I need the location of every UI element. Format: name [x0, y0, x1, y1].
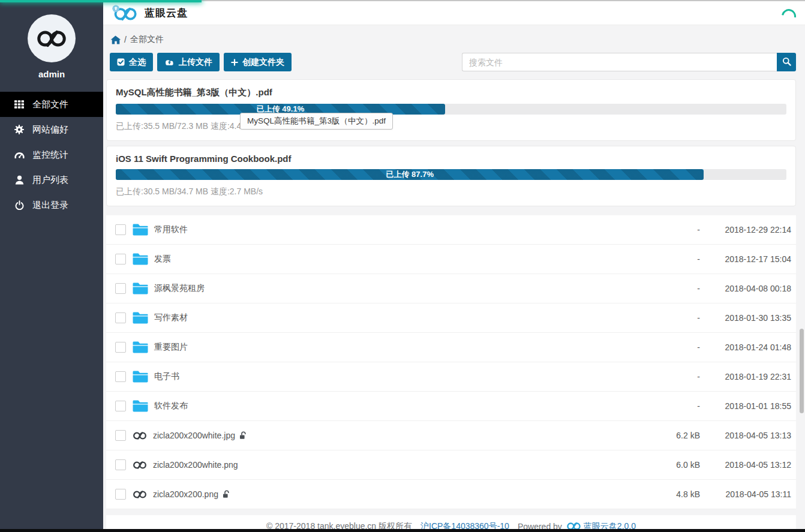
sidebar-item-label: 退出登录: [32, 200, 68, 211]
sidebar-item-user-list[interactable]: 用户列表: [0, 167, 103, 193]
row-checkbox[interactable]: [115, 254, 126, 265]
table-row[interactable]: 重要图片 - 2018-01-24 01:48: [106, 333, 796, 362]
file-date: 2018-01-24 01:48: [700, 342, 791, 352]
search-group: [462, 53, 796, 71]
sidebar-item-monitor-stats[interactable]: 监控统计: [0, 142, 103, 167]
scrollbar-thumb[interactable]: [800, 329, 804, 413]
power-icon: [14, 200, 25, 210]
file-name[interactable]: 常用软件: [154, 224, 188, 235]
sidebar-item-label: 网站偏好: [32, 124, 68, 136]
top-loading-bar: [0, 0, 202, 2]
breadcrumb: / 全部文件: [110, 34, 796, 45]
folder-icon: [133, 371, 148, 383]
row-checkbox[interactable]: [115, 312, 126, 323]
dashboard-icon: [14, 151, 25, 160]
row-checkbox[interactable]: [115, 342, 126, 353]
table-row[interactable]: 发票 - 2018-12-17 15:04: [106, 245, 796, 274]
upload-card: MySQL高性能书籍_第3版（中文）.pdf 已上传 49.1% 已上传:35.…: [106, 79, 796, 141]
create-folder-button[interactable]: 创建文件夹: [224, 53, 292, 71]
file-size: -: [634, 313, 700, 323]
upload-file-label: 上传文件: [179, 57, 212, 68]
sidebar-item-logout[interactable]: 退出登录: [0, 193, 103, 218]
row-checkbox[interactable]: [115, 489, 126, 500]
table-row[interactable]: 写作素材 - 2018-01-30 13:35: [106, 303, 796, 333]
file-size: -: [634, 254, 700, 264]
file-name[interactable]: 电子书: [154, 371, 179, 382]
folder-icon: [133, 253, 148, 265]
table-row[interactable]: zicla200x200white.png 6.0 kB 2018-04-05 …: [106, 450, 796, 480]
file-size: -: [634, 225, 700, 235]
breadcrumb-current[interactable]: 全部文件: [130, 34, 164, 45]
file-date: 2018-12-29 22:14: [700, 225, 791, 235]
upload-filename: iOS 11 Swift Programming Cookbook.pdf: [116, 154, 786, 164]
file-name[interactable]: 源枫景苑租房: [154, 283, 205, 294]
file-size: -: [634, 401, 700, 411]
content: / 全部文件 全选 上传文件 创建文件夹 My: [103, 34, 805, 532]
file-name[interactable]: zicla200x200white.png: [153, 460, 238, 470]
check-square-icon: [117, 58, 125, 66]
upload-progress-track: 已上传 87.7%: [116, 169, 786, 180]
row-checkbox[interactable]: [115, 430, 126, 441]
table-row[interactable]: 常用软件 - 2018-12-29 22:14: [106, 215, 796, 245]
plus-icon: [231, 59, 238, 66]
file-size: 4.8 kB: [634, 489, 700, 499]
file-name[interactable]: 软件发布: [154, 401, 188, 411]
row-checkbox[interactable]: [115, 371, 126, 382]
row-checkbox[interactable]: [115, 401, 126, 411]
file-name[interactable]: zicla200x200white.jpg: [153, 431, 235, 440]
sidebar-item-label: 用户列表: [32, 175, 68, 186]
file-table: 常用软件 - 2018-12-29 22:14 发票 - 2018-12-17 …: [106, 215, 796, 509]
table-row[interactable]: zicla200x200white.jpg 6.2 kB 2018-04-05 …: [106, 421, 796, 450]
select-all-label: 全选: [129, 57, 146, 68]
search-icon: [782, 57, 791, 68]
row-checkbox[interactable]: [115, 283, 126, 294]
app-logo-icon[interactable]: [112, 5, 138, 21]
table-row[interactable]: 软件发布 - 2018-01-01 18:55: [106, 392, 796, 421]
file-size: -: [634, 372, 700, 381]
file-date: 2018-04-05 13:13: [700, 431, 791, 440]
upload-file-button[interactable]: 上传文件: [157, 53, 220, 71]
avatar[interactable]: [28, 14, 76, 62]
upload-tooltip: MySQL高性能书籍_第3版（中文）.pdf: [240, 113, 393, 130]
main-area: 蓝眼云盘 / 全部文件 全选 上传文件 创建文件夹: [103, 0, 805, 532]
upload-status: 已上传:35.5 MB/72.3 MB 速度:4.4 MB/s: [116, 121, 786, 132]
file-name[interactable]: 发票: [154, 254, 171, 265]
file-name[interactable]: 重要图片: [154, 342, 188, 353]
upload-filename: MySQL高性能书籍_第3版（中文）.pdf: [116, 87, 786, 98]
loading-spinner-icon: [779, 6, 798, 26]
uploads: MySQL高性能书籍_第3版（中文）.pdf 已上传 49.1% 已上传:35.…: [106, 79, 796, 206]
bottom-bar: [0, 529, 805, 532]
sidebar-username: admin: [0, 69, 103, 79]
file-size: 6.0 kB: [634, 460, 700, 470]
row-checkbox[interactable]: [115, 224, 126, 235]
gear-icon: [14, 125, 25, 134]
sidebar-item-all-files[interactable]: 全部文件: [0, 92, 103, 117]
file-name[interactable]: zicla200x200.png: [153, 489, 218, 499]
search-button[interactable]: [777, 53, 796, 71]
row-checkbox[interactable]: [115, 459, 126, 470]
sidebar-item-label: 全部文件: [32, 99, 68, 110]
select-all-button[interactable]: 全选: [110, 53, 153, 71]
table-row[interactable]: 电子书 - 2018-01-19 22:31: [106, 362, 796, 392]
table-row[interactable]: 源枫景苑租房 - 2018-04-08 00:18: [106, 274, 796, 303]
home-icon[interactable]: [110, 35, 121, 44]
folder-icon: [133, 400, 148, 412]
file-size: -: [634, 284, 700, 293]
upload-status: 已上传:30.5 MB/34.7 MB 速度:2.7 MB/s: [116, 187, 786, 197]
sidebar-item-site-preferences[interactable]: 网站偏好: [0, 117, 103, 142]
upload-progress-fill: 已上传 87.7%: [116, 169, 704, 180]
cloud-upload-icon: [164, 59, 175, 66]
search-input[interactable]: [462, 53, 777, 71]
sidebar-item-label: 监控统计: [32, 149, 68, 161]
upload-card: iOS 11 Swift Programming Cookbook.pdf 已上…: [106, 146, 796, 206]
image-thumbnail-icon: [133, 490, 147, 499]
table-row[interactable]: zicla200x200.png 4.8 kB 2018-04-05 13:11: [106, 480, 796, 509]
file-name[interactable]: 写作素材: [154, 312, 188, 323]
folder-icon: [133, 224, 148, 236]
file-date: 2018-04-05 13:12: [700, 460, 791, 470]
upload-progress-track: 已上传 49.1%: [116, 104, 786, 115]
avatar-logo-icon: [36, 29, 67, 49]
file-date: 2018-01-30 13:35: [700, 313, 791, 323]
file-date: 2018-01-01 18:55: [700, 401, 791, 411]
sidebar: admin 全部文件 网站偏好 监控统计 用户列表 退出登录: [0, 0, 103, 532]
